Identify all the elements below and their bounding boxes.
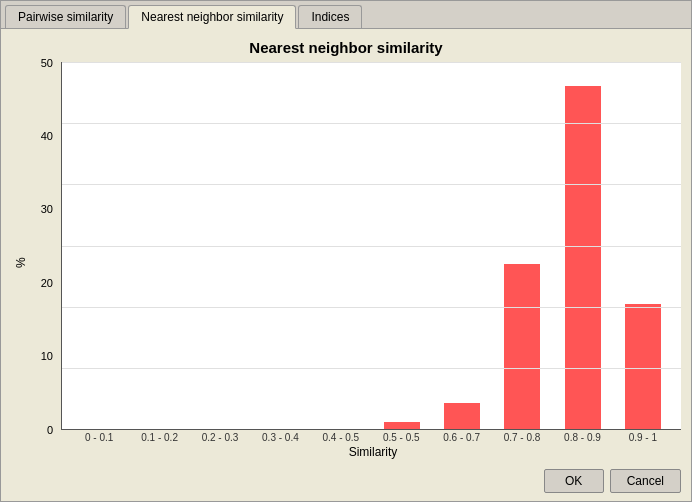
y-tick-label: 50 xyxy=(29,62,57,63)
x-tick-label: 0.1 - 0.2 xyxy=(129,430,189,443)
x-axis-label: Similarity xyxy=(65,443,681,463)
bar-wrap xyxy=(432,66,492,429)
x-tick-label: 0.2 - 0.3 xyxy=(190,430,250,443)
x-tick-label: 0.4 - 0.5 xyxy=(311,430,371,443)
bar-wrap xyxy=(191,66,251,429)
bar xyxy=(625,304,661,429)
y-axis-label: % xyxy=(11,62,29,463)
content-area: Nearest neighbor similarity % 0102030405… xyxy=(1,29,691,463)
tab-pairwise-similarity[interactable]: Pairwise similarity xyxy=(5,5,126,28)
bar-wrap xyxy=(70,66,130,429)
x-labels: 0 - 0.10.1 - 0.20.2 - 0.30.3 - 0.40.4 - … xyxy=(61,430,681,443)
x-tick-label: 0.6 - 0.7 xyxy=(431,430,491,443)
x-tick-label: 0.3 - 0.4 xyxy=(250,430,310,443)
x-tick-label: 0.8 - 0.9 xyxy=(552,430,612,443)
bar-wrap xyxy=(311,66,371,429)
bar-wrap xyxy=(371,66,431,429)
chart-area: % 01020304050 0 - 0.10.1 - 0.20.2 - 0.30… xyxy=(11,62,681,463)
x-tick-label: 0 - 0.1 xyxy=(69,430,129,443)
ok-button[interactable]: OK xyxy=(544,469,604,493)
footer: OK Cancel xyxy=(1,463,691,501)
bar-chart xyxy=(61,62,681,430)
bar-wrap xyxy=(251,66,311,429)
x-tick-label: 0.9 - 1 xyxy=(613,430,673,443)
plot-container: 01020304050 xyxy=(29,62,681,430)
main-window: Pairwise similarity Nearest neighbor sim… xyxy=(0,0,692,502)
x-tick-label: 0.5 - 0.5 xyxy=(371,430,431,443)
y-tick-label: 10 xyxy=(29,356,57,357)
bar xyxy=(444,403,480,429)
tab-indices[interactable]: Indices xyxy=(298,5,362,28)
tab-nearest-neighbor-similarity[interactable]: Nearest neighbor similarity xyxy=(128,5,296,29)
bar xyxy=(384,422,420,429)
y-tick-label: 40 xyxy=(29,135,57,136)
bar xyxy=(504,264,540,429)
y-tick-label: 0 xyxy=(29,429,57,430)
x-tick-label: 0.7 - 0.8 xyxy=(492,430,552,443)
y-tick-label: 20 xyxy=(29,282,57,283)
cancel-button[interactable]: Cancel xyxy=(610,469,681,493)
chart-inner: 01020304050 0 - 0.10.1 - 0.20.2 - 0.30.3… xyxy=(29,62,681,463)
y-ticks: 01020304050 xyxy=(29,62,61,430)
y-tick-label: 30 xyxy=(29,209,57,210)
bar-wrap xyxy=(130,66,190,429)
bar-wrap xyxy=(492,66,552,429)
bar-wrap xyxy=(552,66,612,429)
bar xyxy=(565,86,601,429)
tab-bar: Pairwise similarity Nearest neighbor sim… xyxy=(1,1,691,29)
bar-wrap xyxy=(613,66,673,429)
chart-title: Nearest neighbor similarity xyxy=(11,39,681,56)
